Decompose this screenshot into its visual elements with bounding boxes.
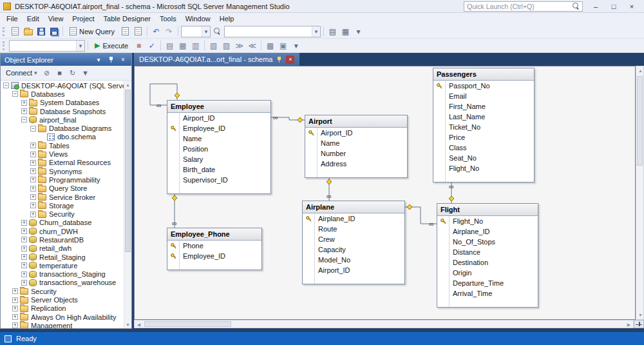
toolbar-overflow-icon[interactable]: ▾ (290, 39, 302, 52)
scroll-down-icon[interactable]: ▼ (124, 320, 131, 328)
zoom-icon[interactable] (211, 25, 223, 37)
database-engine-query-icon[interactable] (119, 25, 131, 37)
tree-item-database-diagrams[interactable]: −Database Diagrams (1, 124, 124, 132)
expand-toggle[interactable]: + (21, 100, 27, 106)
indent-icon[interactable]: ≫ (233, 39, 245, 52)
uncomment-icon[interactable]: ▨ (220, 39, 232, 52)
open-file-icon[interactable] (22, 25, 34, 37)
parse-icon[interactable]: ✓ (146, 39, 158, 52)
filter-icon[interactable]: ▼ (80, 67, 91, 79)
diagram-canvas[interactable]: ∞∞∞∞∞∞EmployeeAirport_IDEmployee_IDNameP… (134, 66, 636, 320)
menu-view[interactable]: View (44, 14, 68, 24)
diagram-table-airplane[interactable]: AirplaneAirplane_IDRouteCrewCapacityMode… (302, 201, 405, 284)
save-all-icon[interactable] (48, 25, 60, 37)
column-row[interactable]: Last_Name (433, 112, 534, 122)
vertical-scrollbar-track[interactable] (636, 75, 643, 311)
analysis-services-query-icon[interactable] (132, 25, 144, 37)
column-row[interactable]: Name (167, 133, 270, 144)
empty-column-row[interactable] (305, 169, 407, 177)
column-row[interactable]: First_Name (433, 101, 534, 112)
column-row[interactable]: Seat_No (433, 153, 534, 163)
tree-item-airport-final[interactable]: −airport_final (1, 115, 124, 124)
column-row[interactable]: Employee_ID (167, 123, 270, 133)
collapse-toggle[interactable]: − (3, 83, 9, 88)
collapse-toggle[interactable]: − (30, 126, 36, 132)
tree-item-external-resources[interactable]: +External Resources (1, 159, 124, 167)
diagram-table-airport[interactable]: AirportAirport_IDNameNumberAddress (305, 115, 408, 178)
column-row[interactable]: Airport_ID (167, 113, 270, 123)
stop-icon[interactable]: ■ (54, 67, 66, 79)
diagram-table-employee[interactable]: EmployeeAirport_IDEmployee_IDNamePositio… (167, 100, 271, 194)
expand-toggle[interactable]: + (21, 271, 27, 277)
column-row[interactable]: Passport_No (433, 81, 534, 91)
tree-item-replication[interactable]: +Replication (1, 304, 124, 313)
disconnect-icon[interactable]: ⊘ (41, 67, 53, 79)
tree-item-query-store[interactable]: +Query Store (1, 184, 124, 193)
column-row[interactable]: Ticket_No (433, 122, 534, 132)
comment-icon[interactable]: ▧ (207, 39, 220, 52)
chevron-down-icon[interactable]: ▾ (202, 26, 210, 37)
column-row[interactable]: Capacity (303, 244, 404, 255)
scroll-left-icon[interactable]: ◀ (135, 320, 143, 329)
column-row[interactable]: Route (303, 224, 404, 234)
column-row[interactable]: Email (433, 91, 534, 101)
collapse-toggle[interactable]: − (12, 91, 18, 97)
save-icon[interactable] (35, 25, 47, 37)
menu-table-designer[interactable]: Table Designer (99, 14, 155, 24)
expand-toggle[interactable]: + (21, 280, 27, 286)
actual-plan-icon[interactable]: ▣ (277, 39, 289, 52)
column-row[interactable]: Crew (303, 234, 404, 244)
close-icon[interactable]: × (118, 56, 128, 63)
column-row[interactable]: Airplane_ID (303, 213, 404, 224)
scroll-right-icon[interactable]: ▶ (625, 320, 633, 329)
vertical-scrollbar[interactable]: ▲ ▼ (636, 66, 644, 320)
tree-item-transactions-staging[interactable]: +transactions_Staging (1, 270, 124, 279)
column-row[interactable]: Supervisor_ID (167, 175, 270, 185)
menu-help[interactable]: Help (215, 14, 239, 24)
tree-item-service-broker[interactable]: +Service Broker (1, 193, 124, 201)
column-row[interactable]: Price (433, 132, 534, 143)
expand-toggle[interactable]: + (12, 306, 18, 311)
expand-toggle[interactable]: + (21, 237, 27, 242)
refresh-icon[interactable]: ↻ (67, 67, 79, 79)
empty-column-row[interactable] (303, 275, 404, 284)
empty-column-row[interactable] (167, 185, 270, 193)
horizontal-scrollbar-thumb[interactable] (144, 321, 231, 327)
tree-item-storage[interactable]: +Storage (1, 201, 124, 210)
tree-item-temperature[interactable]: +temperature (1, 261, 124, 270)
column-row[interactable]: No_Of_Stops (437, 237, 538, 247)
outdent-icon[interactable]: ≪ (246, 39, 258, 52)
tree-item-retail-dwh[interactable]: +retail_dwh (1, 244, 124, 253)
redo-icon[interactable]: ↷ (163, 25, 175, 37)
expand-toggle[interactable]: + (12, 322, 18, 328)
column-row[interactable]: Airplane_ID (437, 226, 538, 237)
chevron-down-icon[interactable]: ▾ (94, 56, 103, 63)
expand-toggle[interactable]: + (30, 202, 36, 208)
column-row[interactable]: Origin (437, 268, 538, 278)
results-to-text-icon[interactable]: ▤ (164, 39, 176, 52)
scroll-down-icon[interactable]: ▼ (636, 311, 644, 319)
new-file-icon[interactable] (9, 25, 21, 37)
expand-toggle[interactable]: + (30, 160, 36, 166)
tree-item-dbo-schema[interactable]: dbo.schema (1, 133, 124, 141)
expand-toggle[interactable]: + (21, 262, 27, 268)
tree-item-retail-staging[interactable]: +Retail_Staging (1, 253, 124, 261)
tree-item-databases[interactable]: −Databases (1, 90, 124, 98)
tree-item-churn-dwh[interactable]: +churn_DWH (1, 227, 124, 235)
diagram-table-passengers[interactable]: PassengersPassport_NoEmailFirst_NameLast… (433, 68, 535, 182)
scrollbar-thumb[interactable] (125, 90, 131, 252)
expand-toggle[interactable]: + (12, 297, 18, 303)
column-row[interactable]: Arrival_Time (437, 288, 538, 299)
document-tab[interactable]: DESKTOP-A6QOIAT.a...ort_final - schema × (134, 53, 299, 66)
column-row[interactable]: Phone (167, 241, 261, 251)
menu-file[interactable]: File (2, 14, 23, 24)
tree-item-transactions-warehouse[interactable]: +transactions_warehouse (1, 279, 124, 287)
tree-item-system-databases[interactable]: +System Databases (1, 99, 124, 107)
diagram-table-employee-phone[interactable]: Employee_PhonePhoneEmployee_ID (167, 228, 262, 270)
expand-toggle[interactable]: + (30, 168, 36, 174)
scroll-up-icon[interactable]: ▲ (124, 81, 131, 88)
object-explorer-scrollbar[interactable]: ▲ ▼ (124, 81, 131, 328)
empty-column-row[interactable] (433, 173, 534, 182)
expand-toggle[interactable]: + (30, 186, 36, 192)
maximize-button[interactable]: □ (605, 1, 623, 12)
